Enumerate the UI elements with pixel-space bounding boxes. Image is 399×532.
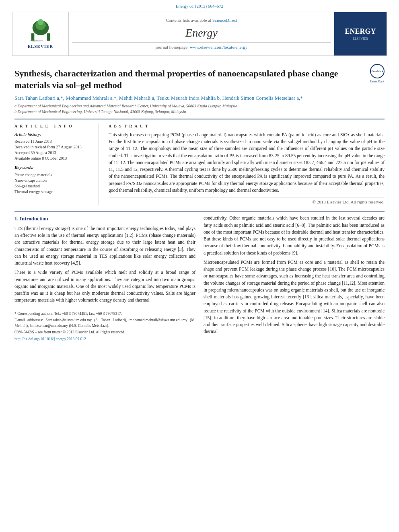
article-info-label: A R T I C L E I N F O <box>14 123 94 129</box>
abstract-label: A B S T R A C T <box>109 123 385 129</box>
copyright: © 2013 Elsevier Ltd. All rights reserved… <box>109 197 385 205</box>
keyword-3: Sol–gel method <box>14 183 94 189</box>
elsevier-text: ELSEVIER <box>28 43 53 49</box>
intro-col-right: conductivity. Other organic materials wh… <box>204 215 385 343</box>
abstract-text: This study focuses on preparing PCM (pha… <box>109 131 385 194</box>
svg-text:A figure/tree: A figure/tree <box>29 39 43 42</box>
footnote-issn: 0360-5442/$ – see front matter © 2013 El… <box>14 329 195 335</box>
section1-heading: 1. Introduction <box>14 215 195 223</box>
affiliation-b: b Department of Mechanical Engineering, … <box>14 109 385 115</box>
article-content: CrossMark CrossMark Synthesis, character… <box>0 58 399 347</box>
keywords-label: Keywords: <box>14 164 94 170</box>
crossmark-label: CrossMark <box>370 79 385 84</box>
elsevier-logo-panel: A figure/tree ELSEVIER <box>12 12 69 55</box>
svg-point-4 <box>37 19 43 25</box>
energy-badge-sub: ELSEVIER <box>353 37 368 41</box>
intro-col-left: 1. Introduction TES (thermal energy stor… <box>14 215 195 343</box>
affiliations: a Department of Mechanical Engineering a… <box>14 103 385 115</box>
article-history: Article history: Received 11 June 2013 R… <box>14 131 94 161</box>
intro-para-4: Microencapsulated PCMs are formed from P… <box>204 259 385 335</box>
keyword-4: Thermal energy storage <box>14 189 94 195</box>
energy-sidebar-badge: ENERGY ELSEVIER <box>334 12 387 55</box>
journal-banner: A figure/tree ELSEVIER Contents lists av… <box>12 12 387 56</box>
received-date: Received 11 June 2013 <box>14 139 94 144</box>
journal-name: Energy <box>185 25 218 41</box>
abstract-column: A B S T R A C T This study focuses on pr… <box>109 123 385 205</box>
article-title: Synthesis, characterization and thermal … <box>14 68 385 91</box>
crossmark-badge[interactable]: CrossMark CrossMark <box>370 64 385 84</box>
introduction-two-col: 1. Introduction TES (thermal energy stor… <box>14 215 385 343</box>
footnote-corresponding: * Corresponding authors. Tel.: +60 3 796… <box>14 311 195 316</box>
intro-para-1: TES (thermal energy storage) is one of t… <box>14 225 195 267</box>
info-abstract-section: A R T I C L E I N F O Article history: R… <box>14 119 385 205</box>
article-history-label: Article history: <box>14 131 94 138</box>
article-info-column: A R T I C L E I N F O Article history: R… <box>14 123 99 205</box>
journal-title-panel: Contents lists available at ScienceDirec… <box>69 12 334 55</box>
footnote-doi[interactable]: http://dx.doi.org/10.1016/j.energy.2013.… <box>14 336 195 342</box>
journal-homepage: journal homepage: www.elsevier.com/locat… <box>72 42 331 50</box>
sciencedirect-link[interactable]: Contents lists available at ScienceDirec… <box>166 17 237 23</box>
footnote-emails: E-mail addresses: Sara.tahan@siswa.um.ed… <box>14 317 195 329</box>
keyword-2: Nano-encapsulation <box>14 178 94 183</box>
journal-citation: Energy 61 (2013) 664–672 <box>0 0 399 9</box>
accepted-date: Accepted 30 August 2013 <box>14 150 94 156</box>
revised-date: Received in revised form 27 August 2013 <box>14 144 94 150</box>
energy-badge-title: ENERGY <box>345 27 376 37</box>
intro-para-2: There is a wide variety of PCMs availabl… <box>14 269 195 304</box>
available-date: Available online 8 October 2013 <box>14 156 94 161</box>
introduction-section: 1. Introduction TES (thermal energy stor… <box>14 211 385 343</box>
svg-rect-1 <box>47 33 49 41</box>
footnotes: * Corresponding authors. Tel.: +60 3 796… <box>14 309 195 342</box>
keyword-1: Phase change materials <box>14 172 94 178</box>
affiliation-a: a Department of Mechanical Engineering a… <box>14 103 385 109</box>
authors: Sara Tahan Latibari a,*, Mohammad Mehral… <box>14 94 385 102</box>
intro-para-3: conductivity. Other organic materials wh… <box>204 215 385 257</box>
